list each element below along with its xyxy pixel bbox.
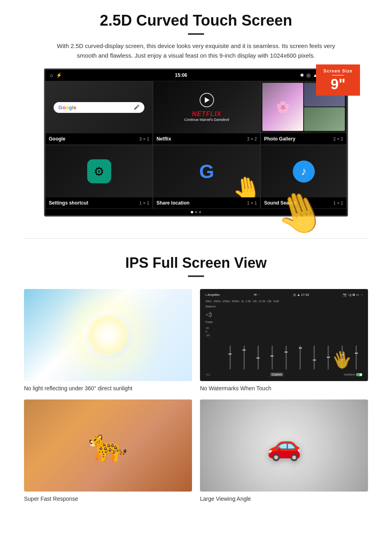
netflix-subtitle: Continue Marvel's Daredevil <box>184 118 229 122</box>
home-icon: ⌂ <box>50 72 53 78</box>
badge-size: 9" <box>322 77 354 92</box>
google-search-bar[interactable]: Google 🎤 <box>54 102 144 113</box>
section1-title: 2.5D Curved Touch Screen <box>24 12 368 29</box>
section2-underline <box>188 275 204 277</box>
slider-6 <box>294 345 306 369</box>
dot-1 <box>191 211 193 213</box>
sunlight-label: No light reflecting under 360° direct su… <box>24 385 192 391</box>
car-label: Large Viewing Angle <box>200 496 368 502</box>
feature-cheetah: 🐆 Super Fast Response <box>24 399 192 502</box>
title-underline <box>188 33 204 35</box>
amp-sidebar-labels: Balance ◁) Fader 10 0 -10 <box>206 305 222 369</box>
sun-glow <box>84 311 132 359</box>
app-cell-netflix[interactable]: NETFLIX Continue Marvel's Daredevil Netf… <box>153 81 260 145</box>
slider-7 <box>308 345 320 369</box>
hand-pointing-icon: 🤚 <box>230 173 260 197</box>
gallery-app-size: 2 × 2 <box>333 136 343 141</box>
sound-icon: ♪ <box>293 161 315 183</box>
cheetah-image: 🐆 <box>24 399 192 492</box>
amp-main-area: Balance ◁) Fader 10 0 -10 <box>203 303 365 371</box>
section2-title: IPS Full Screen View <box>24 255 368 271</box>
section-curved-screen: 2.5D Curved Touch Screen With 2.5D curve… <box>0 0 392 226</box>
mic-icon: 🎤 <box>134 104 140 110</box>
cheetah-icon: 🐆 <box>88 427 128 464</box>
google-label-row: Google 3 × 1 <box>46 133 152 145</box>
netflix-app-name: Netflix <box>156 136 171 142</box>
toggle-thumb <box>360 373 362 376</box>
dot-2 <box>195 211 197 213</box>
slider-1 <box>224 345 236 369</box>
settings-app-name: Settings shortcut <box>49 200 88 206</box>
usb-icon: ⚡ <box>56 72 62 78</box>
amplifier-label: No Watermarks When Touch <box>200 385 368 391</box>
settings-icon: ⚙ <box>87 159 111 183</box>
share-app-name: Share location <box>156 200 190 206</box>
share-label-row: Share location 1 × 1 <box>153 197 260 209</box>
netflix-content: NETFLIX Continue Marvel's Daredevil <box>153 81 260 133</box>
amplifier-image: ⌂ Amplifier ✉ ·· ◎ ▲ 17:33 📷 ◁) ⊠ ▭ → 60… <box>200 289 368 381</box>
slider-2 <box>238 345 250 369</box>
status-bar-left: ⌂ ⚡ <box>50 72 62 78</box>
sunlight-image <box>24 289 192 381</box>
slider-3 <box>252 345 264 369</box>
cheetah-label: Super Fast Response <box>24 496 192 502</box>
netflix-logo: NETFLIX <box>192 110 222 118</box>
google-logo: Google <box>58 104 76 110</box>
device-mockup: Screen Size 9" ⌂ ⚡ 15:06 ✱ ◎ ▲ ⊡ ♪ ⊠ <box>44 68 348 217</box>
slider-5 <box>280 345 292 369</box>
gallery-app-name: Photo Gallery <box>264 136 295 142</box>
badge-divider <box>332 75 344 76</box>
amp-loudness-toggle[interactable]: loudness <box>344 373 362 376</box>
amp-status-bar: ⌂ Amplifier ✉ ·· ◎ ▲ 17:33 📷 ◁) ⊠ ▭ → <box>203 292 365 297</box>
section1-description: With 2.5D curved-display screen, this de… <box>56 41 336 60</box>
gallery-thumb-1: 🌸 <box>262 83 303 131</box>
amp-freq-labels: 60hz100hz200hz500hz1k2.5k10k12.5k15kSUB <box>203 299 365 303</box>
app-cell-google[interactable]: Google 🎤 Google 3 × 1 <box>45 81 153 145</box>
location-icon: ◎ <box>306 72 310 78</box>
car-image: 🚗 <box>200 399 368 492</box>
feature-grid: No light reflecting under 360° direct su… <box>24 289 368 502</box>
amp-custom-button[interactable]: Custom <box>270 373 283 376</box>
maps-g-icon: G <box>199 161 214 183</box>
slider-4 <box>266 345 278 369</box>
share-app-size: 1 × 1 <box>247 201 257 205</box>
google-thumbnail: Google 🎤 <box>46 81 152 133</box>
feature-car: 🚗 Large Viewing Angle <box>200 399 368 502</box>
feature-sunlight: No light reflecting under 360° direct su… <box>24 289 192 391</box>
gallery-thumb-3 <box>304 107 345 131</box>
bluetooth-icon: ✱ <box>300 72 304 78</box>
amp-bottom-bar: ◁◁ Custom loudness <box>203 371 365 378</box>
gallery-label-row: Photo Gallery 2 × 2 <box>261 133 346 145</box>
app-grid-row1: Google 🎤 Google 3 × 1 <box>45 81 347 145</box>
dot-3 <box>199 211 201 213</box>
share-thumbnail: G 🤚 <box>153 145 260 197</box>
feature-amplifier: ⌂ Amplifier ✉ ·· ◎ ▲ 17:33 📷 ◁) ⊠ ▭ → 60… <box>200 289 368 391</box>
screen-size-badge: Screen Size 9" <box>316 64 360 96</box>
google-app-name: Google <box>49 136 65 142</box>
app-cell-share[interactable]: G 🤚 Share location 1 × 1 <box>153 145 260 209</box>
badge-label: Screen Size <box>322 68 354 73</box>
netflix-thumbnail: NETFLIX Continue Marvel's Daredevil <box>153 81 260 133</box>
netflix-label-row: Netflix 3 × 2 <box>153 133 260 145</box>
status-bar-time: 15:06 <box>62 72 300 78</box>
flower-icon: 🌸 <box>276 100 290 114</box>
section-ips: IPS Full Screen View No light reflecting… <box>0 251 392 514</box>
section-divider <box>24 238 368 239</box>
play-triangle <box>205 97 210 103</box>
status-bar: ⌂ ⚡ 15:06 ✱ ◎ ▲ ⊡ ♪ ⊠ ▭ <box>45 70 347 81</box>
settings-thumbnail: ⚙ <box>46 145 152 197</box>
settings-app-size: 1 × 1 <box>139 201 149 205</box>
google-app-size: 3 × 1 <box>139 136 149 141</box>
app-cell-settings[interactable]: ⚙ Settings shortcut 1 × 1 <box>45 145 153 209</box>
toggle-track <box>356 373 362 376</box>
car-icon: 🚗 <box>267 429 302 462</box>
play-button[interactable] <box>200 93 214 107</box>
netflix-app-size: 3 × 2 <box>247 136 257 141</box>
settings-label-row: Settings shortcut 1 × 1 <box>46 197 152 209</box>
